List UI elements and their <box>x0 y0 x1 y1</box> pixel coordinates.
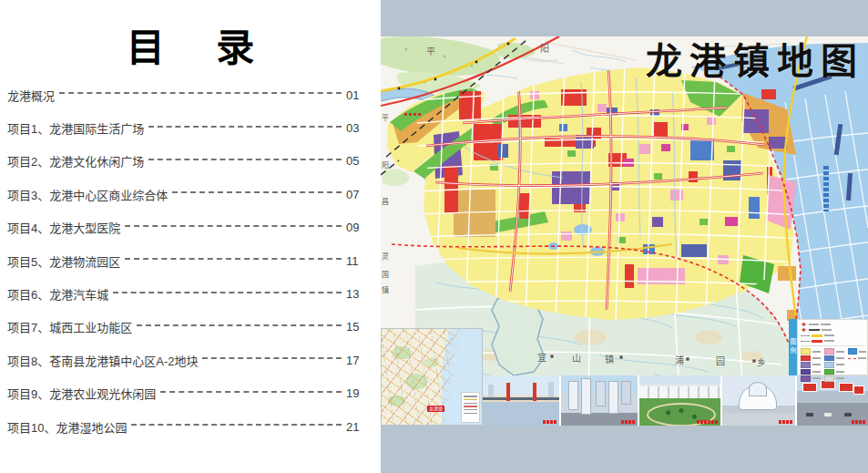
map-panel-background: 龙港镇地图 平 阳 平 阳 昌 灵 国 镇 宜 山 镇 浦 园 乡 龙港镇 <box>381 0 868 473</box>
area-label: 山 <box>572 351 581 365</box>
toc-entry-page: 17 <box>346 354 366 367</box>
edge-label: 阳 <box>382 159 389 170</box>
toc-entry-page: 09 <box>346 221 366 234</box>
toc-entry-project-1[interactable]: 项目1、龙港国际生活广场 03 <box>7 111 366 144</box>
clinic-cross-icon: ✚ <box>801 327 807 333</box>
toc-entry-project-10[interactable]: 项目10、龙港湿地公园 21 <box>7 410 366 443</box>
photo-caption <box>621 420 635 424</box>
toc-entry-page: 07 <box>346 188 366 201</box>
toc-entry-project-4[interactable]: 项目4、龙港大型医院 09 <box>7 211 366 244</box>
photo-strip <box>483 375 868 426</box>
photo-caption <box>779 420 792 424</box>
toc-entry-page: 19 <box>346 386 366 400</box>
toc-entry-project-2[interactable]: 项目2、龙港文化休闲广场 05 <box>7 145 366 178</box>
edge-label: 昌 <box>382 196 389 206</box>
inset-legend <box>461 392 480 423</box>
toc-entry-page: 21 <box>346 420 366 434</box>
toc-entry-label: 龙港概况 <box>7 87 55 104</box>
neighbor-label: 平 <box>426 44 435 57</box>
area-label: 乡 <box>757 355 766 369</box>
photo-industrial-park <box>639 375 720 426</box>
toc-entry-project-6[interactable]: 项目6、龙港汽车城 13 <box>7 277 366 310</box>
photo-caption <box>543 420 557 424</box>
toc-entry-label: 项目10、龙港湿地公园 <box>7 418 127 436</box>
toc-panel: 目 录 龙港概况 01 项目1、龙港国际生活广场 03 项目2、龙港文化休闲广场… <box>0 0 381 473</box>
photo-caption <box>697 420 718 424</box>
area-label: 浦 <box>675 353 684 366</box>
photo-landmark-building <box>722 375 795 426</box>
power-plant-micro-label <box>404 113 423 116</box>
town-map: 龙港镇地图 平 阳 平 阳 昌 灵 国 镇 宜 山 镇 浦 园 乡 龙港镇 <box>381 36 868 426</box>
photo-street-billboards <box>797 375 868 426</box>
toc-entry-page: 13 <box>346 287 366 301</box>
dotted-leader <box>202 357 342 359</box>
area-label: 园 <box>716 354 725 367</box>
dotted-leader <box>148 126 342 128</box>
toc-entry-label: 项目8、苍南县龙港镇中心区A-2地块 <box>7 352 198 369</box>
edge-label: 灵 <box>382 251 389 261</box>
photo-cityscape <box>561 375 638 426</box>
toc-entry-label: 项目5、龙港物流园区 <box>7 252 120 270</box>
toc-entry-project-7[interactable]: 项目7、城西工业功能区 15 <box>7 311 366 344</box>
toc-entry-page: 01 <box>346 88 366 102</box>
toc-entry-label: 项目3、龙港中心区商业综合体 <box>7 186 168 203</box>
legend-box: ✚ ✚ <box>797 319 868 375</box>
dotted-leader <box>131 424 342 426</box>
photo-caption <box>852 420 865 424</box>
inset-locator-label: 龙港镇 <box>427 406 444 412</box>
dotted-leader <box>113 292 342 293</box>
province-inset-map: 龙港镇 <box>381 328 483 426</box>
toc-entry-page: 03 <box>346 121 366 135</box>
toc-entry-page: 15 <box>346 320 366 334</box>
toc-entry-project-5[interactable]: 项目5、龙港物流园区 11 <box>7 244 366 277</box>
toc-entry-label: 项目2、龙港文化休闲广场 <box>7 152 144 170</box>
toc-entry-label: 项目6、龙港汽车城 <box>7 285 108 303</box>
toc-entry-label: 项目7、城西工业功能区 <box>7 318 132 335</box>
map-title: 龙港镇地图 <box>564 44 864 80</box>
photo-bridge <box>483 375 559 426</box>
legend-tab: 图例 <box>789 319 797 375</box>
toc-entry-label: 项目9、龙港农业观光休闲园 <box>7 385 156 402</box>
neighbor-label: 阳 <box>540 41 549 55</box>
toc-list: 龙港概况 01 项目1、龙港国际生活广场 03 项目2、龙港文化休闲广场 05 … <box>7 78 366 443</box>
area-label: 宜 <box>537 350 546 364</box>
edge-label: 镇 <box>382 284 389 294</box>
toc-entry-page: 05 <box>346 154 366 168</box>
dotted-leader <box>59 92 342 94</box>
dotted-leader <box>137 324 342 326</box>
toc-entry-label: 项目4、龙港大型医院 <box>7 219 120 236</box>
toc-entry-project-8[interactable]: 项目8、苍南县龙港镇中心区A-2地块 17 <box>7 344 366 376</box>
new-city-vertical-label <box>823 166 829 211</box>
toc-entry-project-9[interactable]: 项目9、龙港农业观光休闲园 19 <box>7 377 366 410</box>
edge-label: 国 <box>382 269 389 279</box>
dotted-leader <box>148 159 342 160</box>
map-legend: 图例 ✚ ✚ <box>789 319 868 375</box>
dotted-leader <box>125 225 342 227</box>
toc-entry-label: 项目1、龙港国际生活广场 <box>7 119 144 137</box>
dotted-leader <box>125 258 342 260</box>
dotted-leader <box>160 391 342 393</box>
toc-title: 目 录 <box>0 16 381 72</box>
toc-entry-project-3[interactable]: 项目3、龙港中心区商业综合体 07 <box>7 178 366 211</box>
toc-entry-overview[interactable]: 龙港概况 01 <box>7 78 366 111</box>
legend-swatches <box>801 348 864 382</box>
toc-entry-page: 11 <box>346 254 366 268</box>
edge-label: 平 <box>382 112 389 122</box>
area-label: 镇 <box>605 352 614 365</box>
dotted-leader <box>172 191 342 193</box>
